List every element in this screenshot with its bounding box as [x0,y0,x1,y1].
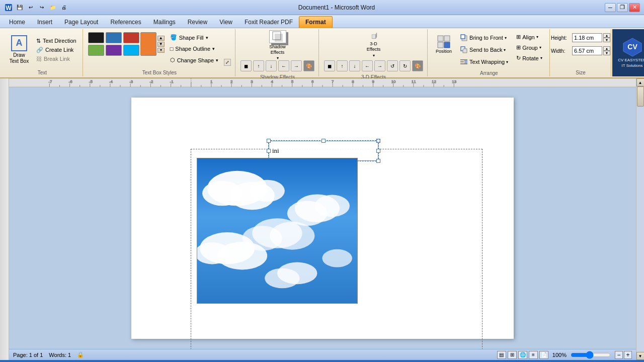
shadow-nudge-down-btn[interactable]: ↓ [266,60,277,71]
3d-depth-btn[interactable]: ↺ [387,60,398,71]
swatch-scroll-more[interactable]: ▾ [157,48,165,53]
svg-text:-1: -1 [170,79,174,84]
rotate-icon: ↻ [516,55,521,61]
svg-text:-3: -3 [129,79,133,84]
shadow-nudge-right-btn[interactable]: → [291,60,302,71]
shadow-on-off-btn[interactable]: ◼ [240,60,252,71]
swatch-red[interactable] [123,32,139,43]
tab-home[interactable]: Home [3,17,31,28]
swatch-scroll-down[interactable]: ▼ [157,42,165,47]
right-scrollbar: ▲ ▼ [636,78,644,360]
print-quick-btn[interactable]: 🖨 [59,3,68,12]
svg-rect-16 [460,61,464,62]
text-wrapping-button[interactable]: Text Wrapping ▾ [457,56,511,67]
scroll-down-btn[interactable]: ▼ [636,352,645,360]
height-spin-down[interactable]: ▼ [603,38,610,42]
svg-text:4: 4 [271,79,274,84]
shadow-color-btn[interactable]: 🎨 [303,60,314,71]
rotate-button[interactable]: ↻ Rotate ▾ [513,53,545,63]
swatch-scroll-up[interactable]: ▲ [157,36,165,41]
width-spin-down[interactable]: ▼ [603,51,610,55]
position-button[interactable]: Position [433,32,455,56]
svg-text:CV: CV [627,43,637,51]
create-link-button[interactable]: 🔗 Create Link [34,46,78,54]
handle-middle-left[interactable] [267,149,271,153]
zoom-in-btn[interactable]: + [624,351,632,359]
zoom-out-btn[interactable]: − [615,351,623,359]
tab-mailings[interactable]: Mailings [147,17,182,28]
tab-page-layout[interactable]: Page Layout [58,17,104,28]
width-label: Width: [551,48,571,54]
restore-btn[interactable]: ❐ [617,3,628,12]
print-layout-btn[interactable]: ▤ [497,351,506,359]
change-shape-button[interactable]: ⬡ Change Shape ▾ [167,55,222,65]
minimize-btn[interactable]: ─ [605,3,616,12]
handle-bottom-right[interactable] [376,159,380,163]
undo-quick-btn[interactable]: ↩ [26,3,35,12]
swatch-purple[interactable] [106,45,122,56]
tab-review[interactable]: Review [182,17,213,28]
tab-format[interactable]: Format [299,16,333,28]
width-spin-up[interactable]: ▲ [603,46,610,51]
3d-tilt-up-btn[interactable]: ↑ [337,60,348,71]
swatch-black[interactable] [88,32,104,43]
align-icon: ⊞ [516,34,521,40]
tab-foxit[interactable]: Foxit Reader PDF [238,17,299,28]
web-layout-btn[interactable]: 🌐 [518,351,527,359]
doc-wrapper: // inline ruler ticks drawn via SVG line… [9,78,636,360]
align-button[interactable]: ⊞ Align ▾ [513,32,545,42]
redo-quick-btn[interactable]: ↪ [37,3,46,12]
change-shape-label: Change Shape [177,57,214,63]
expand-textbox-styles[interactable]: ⤢ [224,59,231,66]
bring-to-front-button[interactable]: Bring to Front ▾ [457,32,511,43]
3d-tilt-left-btn[interactable]: ← [362,60,373,71]
tab-references[interactable]: References [104,17,147,28]
3d-tilt-down-btn[interactable]: ↓ [349,60,360,71]
height-spin-up[interactable]: ▲ [603,33,610,38]
scroll-up-btn[interactable]: ▲ [636,78,645,86]
handle-middle-right[interactable] [376,149,380,153]
text-direction-button[interactable]: ⇅ Text Direction [34,37,78,45]
shadow-effects-button[interactable]: ShadowEffects ▾ [264,32,292,58]
svg-marker-6 [375,33,376,39]
swatch-green[interactable] [88,45,104,56]
outline-btn[interactable]: ≡ [529,351,538,359]
document-area[interactable]: ini [9,87,636,349]
shadow-nudge-up-btn[interactable]: ↑ [253,60,264,71]
group-button[interactable]: ⊞ Group ▾ [513,43,545,52]
draft-btn[interactable]: 📄 [539,351,548,359]
break-link-button[interactable]: ⛓ Break Link [34,55,78,63]
tab-view[interactable]: View [213,17,238,28]
shape-buttons-column: 🪣 Shape Fill ▾ □ Shape Outline ▾ ⬡ Chang… [167,32,222,65]
full-reading-btn[interactable]: ⊞ [508,351,517,359]
scroll-thumb[interactable] [637,86,644,107]
height-input[interactable] [572,33,602,42]
tab-insert[interactable]: Insert [31,17,58,28]
handle-top-left[interactable] [267,139,271,143]
3d-effects-button[interactable]: 3-DEffects ▾ [361,32,387,58]
size-group-label: Size [554,69,608,75]
zoom-slider[interactable] [571,351,611,359]
create-link-label: Create Link [45,47,73,53]
save-quick-btn[interactable]: 💾 [15,3,24,12]
3d-tilt-right-btn[interactable]: → [374,60,385,71]
swatch-orange[interactable] [140,32,156,56]
width-input[interactable] [572,46,602,55]
open-quick-btn[interactable]: 📁 [48,3,57,12]
draw-textbox-button[interactable]: A DrawText Box [6,35,32,65]
handle-top-middle[interactable] [321,139,326,143]
close-btn[interactable]: ✕ [629,3,640,12]
svg-rect-8 [444,36,450,41]
send-to-back-button[interactable]: Send to Back ▾ [457,44,511,55]
shape-outline-button[interactable]: □ Shape Outline ▾ [167,44,222,54]
3d-direction-btn[interactable]: ↻ [399,60,411,71]
rotation-handle[interactable] [376,139,380,143]
swatch-blue[interactable] [106,32,122,43]
3d-on-off-btn[interactable]: ◼ [324,60,335,71]
swatch-cyan[interactable] [123,45,139,56]
shadow-nudge-left-btn[interactable]: ← [278,60,289,71]
height-field: Height: ▲ ▼ [551,33,610,42]
3d-color-btn[interactable]: 🎨 [412,60,423,71]
3d-group-content: 3-DEffects ▾ ◼ ↑ ↓ ← → ↺ ↻ 🎨 [323,30,424,73]
shape-fill-button[interactable]: 🪣 Shape Fill ▾ [167,32,222,43]
